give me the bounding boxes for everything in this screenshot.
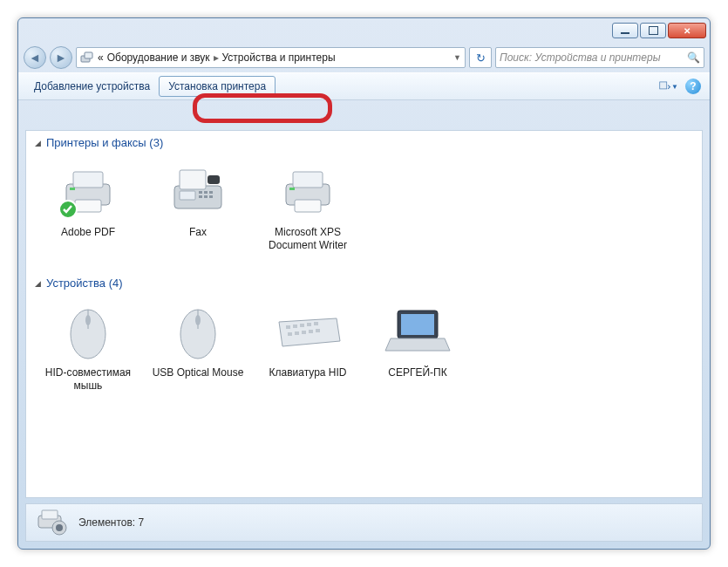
group-title: Принтеры и факсы (46, 136, 146, 149)
devices-grid: HID-совместимая мышь USB Optical Mouse К… (26, 291, 702, 412)
svg-rect-36 (309, 330, 313, 333)
svg-rect-34 (295, 331, 299, 335)
svg-rect-33 (288, 332, 292, 336)
device-item[interactable]: Клавиатура HID (253, 297, 363, 400)
device-item[interactable]: СЕРГЕЙ-ПК (363, 297, 473, 400)
search-input[interactable]: Поиск: Устройства и принтеры 🔍 (495, 47, 704, 68)
status-text: Элементов: 7 (78, 516, 144, 529)
svg-rect-28 (286, 325, 290, 329)
collapse-icon: ◢ (35, 139, 41, 147)
device-item[interactable]: Adobe PDF (33, 156, 143, 259)
svg-rect-13 (204, 191, 208, 194)
group-count: (4) (109, 277, 123, 290)
group-title: Устройства (46, 277, 105, 290)
chevron-right-icon: ▸ (214, 51, 219, 64)
add-printer-button[interactable]: Установка принтера (159, 76, 276, 97)
svg-rect-21 (289, 188, 295, 190)
bc-parent[interactable]: Оборудование и звук (107, 51, 210, 64)
add-device-button[interactable]: Добавление устройства (25, 77, 159, 96)
default-check-icon (58, 200, 78, 219)
device-label: Adobe PDF (35, 226, 141, 239)
refresh-icon: ↻ (476, 51, 486, 65)
minimize-button[interactable] (612, 23, 638, 38)
svg-point-27 (195, 315, 201, 325)
bc-prefix: « (98, 51, 104, 64)
svg-rect-1 (85, 52, 92, 58)
status-icon (35, 507, 70, 538)
svg-rect-29 (293, 324, 297, 328)
svg-rect-14 (209, 191, 213, 194)
svg-rect-35 (302, 331, 306, 334)
svg-rect-19 (293, 172, 323, 188)
mouse-icon (53, 300, 123, 363)
svg-rect-4 (73, 172, 103, 188)
device-label: USB Optical Mouse (145, 366, 251, 379)
view-options-button[interactable]: ▼ (659, 77, 678, 96)
svg-point-24 (85, 315, 91, 325)
svg-rect-12 (199, 191, 202, 194)
titlebar (18, 18, 710, 43)
search-icon: 🔍 (687, 51, 700, 64)
breadcrumb-dropdown-icon[interactable]: ▼ (453, 53, 461, 62)
svg-rect-30 (300, 324, 304, 327)
refresh-button[interactable]: ↻ (469, 47, 492, 68)
mouse-icon (163, 300, 233, 363)
back-button[interactable]: ◄ (24, 46, 46, 69)
device-label: Клавиатура HID (255, 366, 361, 379)
svg-rect-6 (70, 188, 75, 190)
nav-row: ◄ ► « Оборудование и звук ▸ Устройства и… (18, 43, 710, 72)
svg-rect-20 (295, 200, 321, 212)
svg-rect-17 (209, 195, 213, 198)
forward-button[interactable]: ► (50, 46, 72, 69)
toolbar: Добавление устройства Установка принтера… (18, 72, 710, 100)
statusbar: Элементов: 7 (25, 503, 703, 542)
svg-rect-9 (180, 170, 206, 189)
keyboard-icon (273, 300, 343, 363)
svg-rect-10 (208, 175, 220, 184)
device-label: HID-совместимая мышь (35, 366, 141, 393)
device-item[interactable]: Microsoft XPS Document Writer (253, 156, 363, 259)
svg-rect-31 (307, 323, 311, 326)
breadcrumb[interactable]: « Оборудование и звук ▸ Устройства и при… (76, 47, 466, 68)
svg-rect-5 (75, 200, 101, 212)
printer-icon (273, 160, 343, 222)
devices-icon (80, 51, 94, 65)
group-header-devices[interactable]: ◢ Устройства (4) (26, 271, 702, 291)
svg-rect-2 (660, 82, 667, 89)
device-item[interactable]: HID-совместимая мышь (33, 297, 143, 400)
content-area: ◢ Принтеры и факсы (3) Adobe PDF (25, 130, 703, 498)
printers-grid: Adobe PDF Fax (26, 151, 702, 271)
explorer-window: ◄ ► « Оборудование и звук ▸ Устройства и… (17, 17, 711, 550)
svg-rect-39 (401, 314, 434, 335)
close-button[interactable] (668, 23, 706, 38)
svg-rect-37 (316, 329, 320, 332)
svg-rect-15 (199, 195, 202, 198)
maximize-button[interactable] (640, 23, 666, 38)
search-placeholder: Поиск: Устройства и принтеры (500, 51, 660, 64)
printer-icon (53, 160, 123, 222)
svg-point-43 (56, 524, 63, 531)
device-label: Fax (145, 226, 251, 239)
fax-icon (163, 160, 233, 222)
bc-current[interactable]: Устройства и принтеры (222, 51, 336, 64)
device-item[interactable]: USB Optical Mouse (143, 297, 253, 400)
svg-rect-11 (180, 191, 195, 200)
group-count: (3) (149, 136, 163, 149)
svg-rect-16 (204, 195, 208, 198)
svg-rect-32 (314, 322, 318, 325)
help-button[interactable]: ? (684, 77, 703, 96)
svg-rect-41 (42, 510, 58, 519)
group-header-printers[interactable]: ◢ Принтеры и факсы (3) (26, 131, 702, 151)
laptop-icon (383, 300, 452, 363)
device-label: Microsoft XPS Document Writer (255, 226, 361, 252)
collapse-icon: ◢ (35, 279, 41, 288)
device-item[interactable]: Fax (143, 156, 253, 259)
device-label: СЕРГЕЙ-ПК (364, 366, 471, 379)
